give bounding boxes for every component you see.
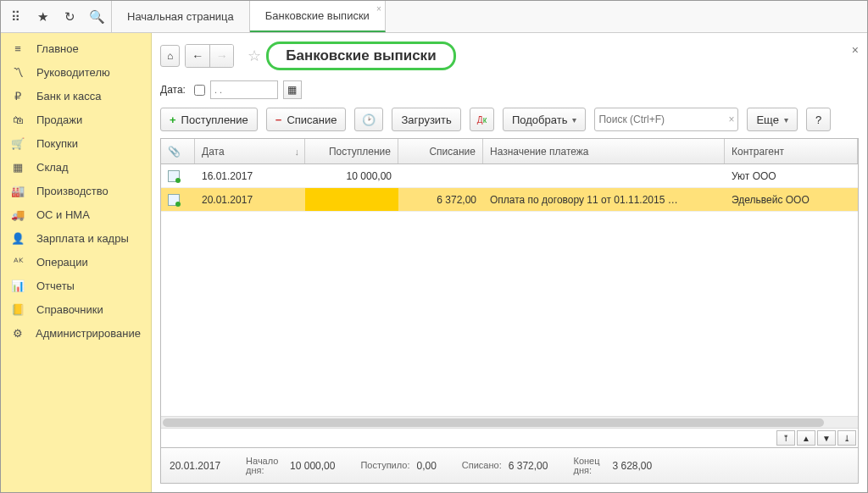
scroll-up-button[interactable]: ▲	[797, 430, 815, 446]
out-label: Списано:	[462, 461, 502, 470]
document-icon	[168, 170, 180, 182]
outgoing-button[interactable]: −Списание	[266, 108, 347, 131]
cell-in	[305, 188, 398, 211]
sidebar-item-production[interactable]: 🏭Производство	[1, 179, 151, 202]
col-description[interactable]: Назначение платежа	[483, 139, 725, 163]
grid-icon: ▦	[11, 160, 25, 174]
table-header: 📎 Дата Поступление Списание Назначение п…	[161, 139, 858, 164]
incoming-button[interactable]: +Поступление	[160, 108, 258, 131]
sidebar-item-assets[interactable]: 🚚ОС и НМА	[1, 202, 151, 226]
history-icon[interactable]: ↻	[62, 9, 77, 25]
sidebar-item-purchases[interactable]: 🛒Покупки	[1, 131, 151, 155]
search-icon[interactable]: 🔍	[89, 9, 104, 25]
sidebar-item-sales[interactable]: 🛍Продажи	[1, 108, 151, 131]
more-button[interactable]: Еще	[747, 108, 797, 131]
cell-in: 10 000,00	[305, 164, 398, 187]
cell-desc	[483, 164, 725, 187]
star-icon[interactable]: ★	[35, 9, 50, 25]
home-button[interactable]: ⌂	[160, 45, 180, 67]
book-icon: 📒	[11, 302, 25, 316]
in-value: 0,00	[416, 460, 436, 472]
top-icon-group: ⠿ ★ ↻ 🔍	[1, 1, 112, 32]
scroll-down-button[interactable]: ▼	[817, 430, 836, 446]
end-value: 3 628,00	[612, 460, 652, 472]
scroll-top-button[interactable]: ⤒	[776, 430, 795, 446]
top-bar: ⠿ ★ ↻ 🔍 Начальная страница Банковские вы…	[1, 1, 867, 33]
cell-date: 20.01.2017	[195, 188, 305, 211]
table-body: 16.01.2017 10 000,00 Уют ООО 20.01.2017 …	[161, 164, 858, 416]
tab-start-page[interactable]: Начальная страница	[112, 1, 250, 32]
filter-row: Дата: ▦	[160, 80, 859, 99]
reload-button[interactable]: 🕑	[354, 108, 383, 131]
button-label: Списание	[287, 114, 337, 126]
h-scrollbar[interactable]	[161, 416, 858, 428]
close-icon[interactable]: ×	[376, 4, 381, 14]
sidebar: ≡Главное 〽Руководителю ₽Банк и касса 🛍Пр…	[1, 33, 152, 492]
table: 📎 Дата Поступление Списание Назначение п…	[160, 138, 859, 448]
nav-buttons: ← →	[185, 44, 234, 68]
back-button[interactable]: ←	[186, 45, 209, 67]
sidebar-item-manager[interactable]: 〽Руководителю	[1, 60, 151, 84]
begin-label: Начало дня:	[246, 457, 283, 475]
factory-icon: 🏭	[11, 184, 25, 197]
minus-icon: −	[275, 114, 282, 126]
search-box: ×	[594, 108, 738, 131]
help-button[interactable]: ?	[806, 108, 831, 131]
sidebar-item-admin[interactable]: ⚙Администрирование	[1, 321, 151, 345]
button-label: ?	[815, 114, 821, 126]
col-counterparty[interactable]: Контрагент	[725, 139, 858, 163]
sidebar-item-label: Склад	[36, 161, 69, 174]
sidebar-item-label: Справочники	[36, 303, 103, 316]
date-input[interactable]	[210, 80, 278, 99]
sidebar-item-payroll[interactable]: 👤Зарплата и кадры	[1, 226, 151, 250]
sidebar-item-main[interactable]: ≡Главное	[1, 36, 151, 60]
button-label: Еще	[756, 114, 778, 126]
tab-label: Начальная страница	[127, 10, 234, 23]
col-date[interactable]: Дата	[195, 139, 305, 163]
cell-contr: Эдельвейс ООО	[725, 188, 858, 211]
sidebar-item-directories[interactable]: 📒Справочники	[1, 297, 151, 321]
date-checkbox[interactable]	[194, 85, 205, 96]
tab-label: Банковские выписки	[265, 9, 370, 22]
load-button[interactable]: Загрузить	[392, 108, 460, 131]
calendar-button[interactable]: ▦	[283, 80, 302, 99]
scroll-bottom-button[interactable]: ⤓	[837, 430, 856, 446]
sidebar-item-label: ОС и НМА	[36, 208, 90, 221]
clear-search-icon[interactable]: ×	[726, 114, 737, 125]
begin-value: 10 000,00	[290, 460, 335, 472]
sidebar-item-reports[interactable]: 📊Отчеты	[1, 274, 151, 297]
close-panel-icon[interactable]: ×	[852, 43, 859, 57]
dk-button[interactable]: Дк	[470, 108, 494, 131]
chart-icon: 〽	[11, 65, 25, 79]
sidebar-item-warehouse[interactable]: ▦Склад	[1, 155, 151, 179]
ops-icon: ᴬᴷ	[11, 255, 25, 269]
date-label: Дата:	[160, 84, 186, 96]
plus-icon: +	[170, 114, 176, 126]
home-icon: ⌂	[167, 50, 173, 62]
person-icon: 👤	[11, 231, 25, 245]
reload-icon: 🕑	[362, 114, 376, 126]
col-incoming[interactable]: Поступление	[305, 139, 398, 163]
status-date: 20.01.2017	[170, 460, 220, 472]
apps-icon[interactable]: ⠿	[8, 9, 23, 25]
list-icon: ≡	[11, 42, 25, 55]
pick-button[interactable]: Подобрать	[503, 108, 586, 131]
sidebar-item-label: Зарплата и кадры	[36, 232, 129, 245]
table-row[interactable]: 20.01.2017 6 372,00 Оплата по договору 1…	[161, 188, 858, 212]
button-label: Загрузить	[401, 114, 451, 126]
col-outgoing[interactable]: Списание	[398, 139, 483, 163]
sidebar-item-bank[interactable]: ₽Банк и касса	[1, 84, 151, 108]
sidebar-item-label: Производство	[36, 185, 108, 197]
favorite-icon[interactable]: ☆	[248, 47, 261, 65]
sidebar-item-operations[interactable]: ᴬᴷОперации	[1, 250, 151, 274]
table-row[interactable]: 16.01.2017 10 000,00 Уют ООО	[161, 164, 858, 188]
bag-icon: 🛍	[11, 113, 25, 126]
scroll-thumb[interactable]	[163, 418, 824, 427]
col-attach[interactable]: 📎	[161, 139, 195, 163]
bars-icon: 📊	[11, 279, 25, 292]
sidebar-item-label: Руководителю	[36, 66, 110, 79]
search-input[interactable]	[598, 114, 726, 125]
tab-bank-statements[interactable]: Банковские выписки ×	[250, 1, 386, 32]
forward-button[interactable]: →	[209, 45, 233, 67]
cell-date: 16.01.2017	[195, 164, 305, 187]
